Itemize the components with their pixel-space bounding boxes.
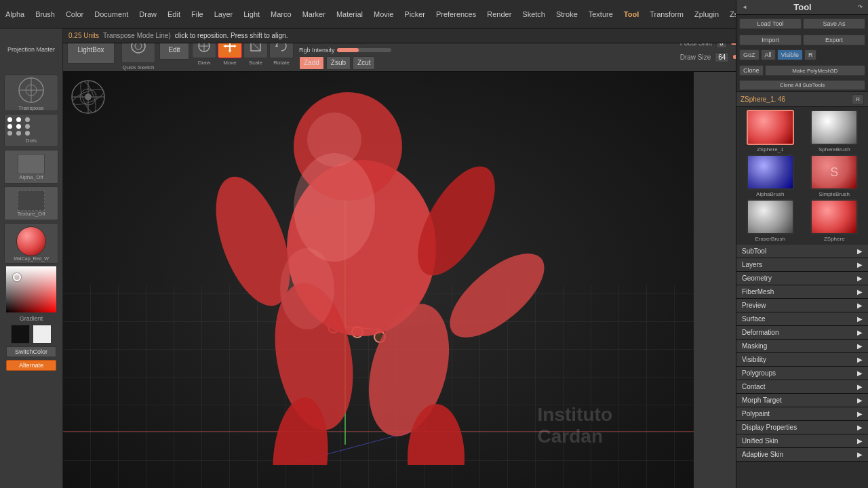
brush-item-eraserbrush[interactable]: EraserBrush bbox=[739, 199, 802, 242]
menu-tool[interactable]: Tool bbox=[618, 9, 644, 20]
alternate-btn[interactable]: Alternate bbox=[6, 360, 56, 371]
menu-zplugin[interactable]: Zplugin bbox=[689, 9, 724, 20]
fibermesh-header[interactable]: FiberMesh ▶ bbox=[736, 285, 868, 298]
tool-panel-title: Tool bbox=[793, 2, 811, 12]
visibility-header[interactable]: Visibility ▶ bbox=[736, 353, 868, 366]
transpose-btn[interactable]: Transpose bbox=[4, 75, 58, 111]
surface-section: Surface ▶ bbox=[736, 312, 868, 326]
draw-label: Draw bbox=[198, 60, 211, 66]
menu-layer[interactable]: Layer bbox=[209, 9, 239, 20]
subtool-header[interactable]: SubTool ▶ bbox=[736, 245, 868, 258]
dots-brush-btn[interactable]: Dots bbox=[4, 114, 58, 147]
menu-macro[interactable]: Marco bbox=[265, 9, 297, 20]
svg-point-1 bbox=[135, 43, 142, 49]
contact-header[interactable]: Contact ▶ bbox=[736, 380, 868, 393]
menu-edit[interactable]: Edit bbox=[162, 9, 186, 20]
masking-header[interactable]: Masking ▶ bbox=[736, 340, 868, 352]
panel-pin-icon[interactable]: ↷ bbox=[858, 4, 863, 10]
scale-label: Scale bbox=[249, 60, 262, 66]
polypaint-section: Polypaint ▶ bbox=[736, 407, 868, 421]
menu-movie[interactable]: Movie bbox=[368, 9, 399, 20]
brush-thumb-zsphere bbox=[810, 199, 858, 235]
menu-file[interactable]: File bbox=[186, 9, 209, 20]
menu-render[interactable]: Render bbox=[481, 9, 517, 20]
black-swatch[interactable] bbox=[11, 325, 30, 344]
save-as-btn[interactable]: Save As bbox=[803, 18, 865, 29]
display-props-chevron: ▶ bbox=[857, 424, 863, 431]
transpose-label: Transpose bbox=[18, 105, 44, 111]
zsub-btn[interactable]: Zsub bbox=[326, 56, 351, 70]
projection-master-btn[interactable]: Projection Master bbox=[0, 28, 63, 72]
import-btn[interactable]: Import bbox=[739, 35, 802, 45]
zadd-btn[interactable]: Zadd bbox=[299, 56, 324, 70]
layers-header[interactable]: Layers ▶ bbox=[736, 258, 868, 271]
clone-all-btn[interactable]: Clone All SubTools bbox=[739, 80, 865, 90]
preview-header[interactable]: Preview ▶ bbox=[736, 299, 868, 312]
preview-section: Preview ▶ bbox=[736, 299, 868, 312]
menu-document[interactable]: Document bbox=[89, 9, 134, 20]
gizmo[interactable] bbox=[70, 79, 107, 117]
unified-skin-header[interactable]: Unified Skin ▶ bbox=[736, 434, 868, 447]
unified-skin-section: Unified Skin ▶ bbox=[736, 434, 868, 448]
menu-stroke[interactable]: Stroke bbox=[551, 9, 583, 20]
texture-off-btn[interactable]: Texture_Off bbox=[4, 186, 58, 220]
load-tool-btn[interactable]: Load Tool bbox=[739, 18, 802, 29]
polypaint-header[interactable]: Polypaint ▶ bbox=[736, 407, 868, 420]
white-swatch[interactable] bbox=[33, 325, 52, 344]
visible-btn[interactable]: Visible bbox=[777, 49, 803, 60]
menu-material[interactable]: Material bbox=[331, 9, 368, 20]
quick-sketch-label: Quick Sketch bbox=[122, 64, 154, 70]
brush-item-spherebrush[interactable]: SphereBrush bbox=[804, 110, 866, 152]
adaptive-skin-header[interactable]: Adaptive Skin ▶ bbox=[736, 448, 868, 461]
menu-color[interactable]: Color bbox=[60, 9, 89, 20]
layers-chevron: ▶ bbox=[857, 261, 863, 268]
brush-item-zsphere1[interactable]: ZSphere_1 bbox=[739, 110, 802, 152]
color-picker[interactable] bbox=[6, 266, 56, 312]
switch-color-btn[interactable]: SwitchColor bbox=[6, 346, 56, 357]
polygroups-header[interactable]: Polygroups ▶ bbox=[736, 367, 868, 380]
matcap-btn[interactable]: MatCap_Red_W bbox=[4, 223, 58, 264]
status-bar: 0.25 Units Transpose Mode Line) click to… bbox=[63, 28, 736, 43]
brush-item-zsphere[interactable]: ZSphere bbox=[804, 199, 866, 242]
canvas-area[interactable]: InstitutoCardan bbox=[63, 72, 694, 488]
morph-target-section: Morph Target ▶ bbox=[736, 394, 868, 407]
svg-marker-11 bbox=[275, 44, 278, 47]
deformation-header[interactable]: Deformation ▶ bbox=[736, 326, 868, 339]
menu-brush[interactable]: Brush bbox=[30, 9, 60, 20]
menu-picker[interactable]: Picker bbox=[399, 9, 431, 20]
svg-marker-7 bbox=[223, 45, 226, 47]
menu-preferences[interactable]: Preferences bbox=[431, 9, 481, 20]
menu-draw[interactable]: Draw bbox=[134, 9, 162, 20]
svg-point-26 bbox=[280, 248, 334, 329]
gradient-label: Gradient bbox=[20, 315, 43, 322]
visibility-chevron: ▶ bbox=[857, 356, 863, 363]
zcut-btn[interactable]: Zcut bbox=[353, 56, 375, 70]
adaptive-skin-label: Adaptive Skin bbox=[742, 451, 783, 458]
menu-transform[interactable]: Transform bbox=[644, 9, 689, 20]
menu-alpha[interactable]: Alpha bbox=[0, 9, 30, 20]
surface-header[interactable]: Surface ▶ bbox=[736, 312, 868, 325]
menu-texture[interactable]: Texture bbox=[583, 9, 618, 20]
display-props-header[interactable]: Display Properties ▶ bbox=[736, 421, 868, 434]
alpha-off-btn[interactable]: Alpha_Off bbox=[4, 150, 58, 184]
all-btn[interactable]: All bbox=[761, 49, 776, 60]
r-btn[interactable]: R bbox=[804, 49, 817, 60]
brush-item-alphabrush[interactable]: AlphaBrush bbox=[739, 155, 802, 197]
brush-item-simplebrush[interactable]: S SimpleBrush bbox=[804, 155, 866, 197]
adaptive-skin-chevron: ▶ bbox=[857, 451, 863, 458]
menu-sketch[interactable]: Sketch bbox=[517, 9, 551, 20]
menu-marker[interactable]: Marker bbox=[297, 9, 331, 20]
clone-btn[interactable]: Clone bbox=[739, 65, 764, 76]
current-tool-r-btn[interactable]: R bbox=[852, 94, 864, 104]
make-polymesh-btn[interactable]: Make PolyMesh3D bbox=[765, 65, 865, 76]
menu-light[interactable]: Light bbox=[238, 9, 265, 20]
svg-marker-8 bbox=[234, 45, 237, 47]
panel-collapse-icon[interactable]: ◄ bbox=[742, 4, 747, 10]
draw-size-value[interactable]: 64 bbox=[715, 52, 729, 62]
export-btn[interactable]: Export bbox=[803, 35, 865, 45]
preview-label: Preview bbox=[742, 302, 766, 309]
morph-target-header[interactable]: Morph Target ▶ bbox=[736, 394, 868, 407]
geometry-header[interactable]: Geometry ▶ bbox=[736, 272, 868, 285]
goz-btn[interactable]: GoZ bbox=[739, 49, 760, 60]
rgb-slider[interactable] bbox=[337, 48, 391, 52]
